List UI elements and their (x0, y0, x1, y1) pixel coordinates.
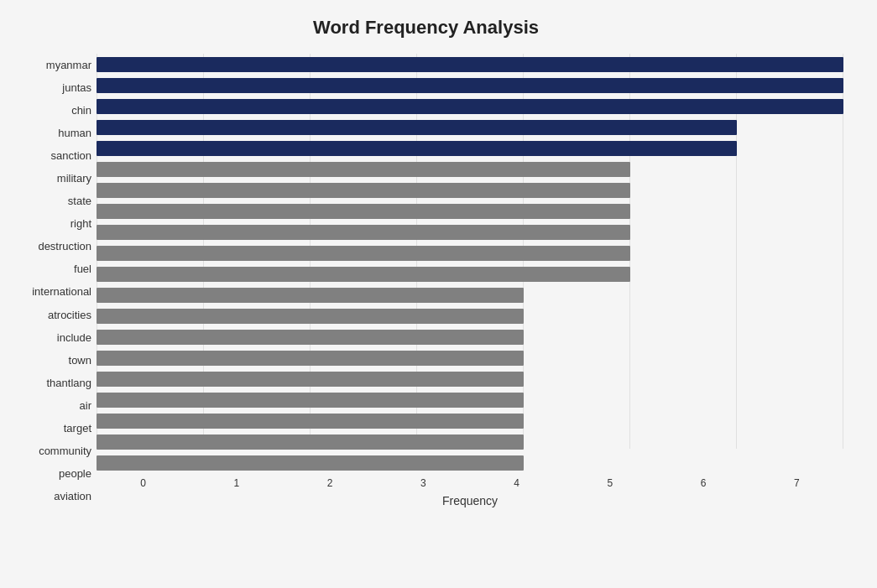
x-tick-2: 2 (284, 477, 377, 489)
y-label-community: community (39, 445, 91, 456)
y-label-sanction: sanction (51, 150, 91, 161)
x-tick-7: 7 (750, 477, 843, 489)
bar-destruction (97, 225, 630, 240)
bar-military (97, 162, 630, 177)
y-label-international: international (32, 286, 91, 297)
y-label-human: human (58, 127, 91, 138)
x-tick-0: 0 (97, 477, 190, 489)
bar-juntas (97, 78, 843, 93)
bar-row-human (97, 118, 843, 137)
bar-town (97, 330, 524, 345)
y-label-fuel: fuel (74, 263, 91, 274)
bar-right (97, 204, 630, 219)
bar-row-fuel (97, 244, 843, 263)
bar-community (97, 414, 524, 429)
bar-row-state (97, 181, 843, 200)
bar-row-include (97, 307, 843, 325)
y-label-military: military (57, 173, 91, 184)
bar-human (97, 120, 737, 135)
bar-state (97, 183, 630, 198)
x-axis-label: Frequency (97, 494, 843, 507)
y-label-destruction: destruction (38, 241, 91, 252)
bar-sanction (97, 141, 737, 156)
x-tick-6: 6 (657, 477, 750, 489)
bar-row-community (97, 412, 843, 430)
y-label-myanmar: myanmar (46, 60, 91, 70)
x-axis-section: 01234567 Frequency (97, 474, 843, 507)
bar-air (97, 372, 524, 387)
y-label-state: state (68, 195, 91, 206)
y-label-right: right (70, 218, 91, 229)
y-label-town: town (69, 355, 91, 366)
x-tick-3: 3 (377, 477, 470, 489)
y-label-people: people (59, 468, 91, 479)
bar-row-people (97, 433, 843, 451)
y-label-thantlang: thantlang (47, 377, 92, 388)
bar-international (97, 267, 630, 282)
bar-thantlang (97, 351, 524, 366)
bar-row-target (97, 391, 843, 409)
bar-row-military (97, 160, 843, 179)
x-tick-4: 4 (470, 477, 563, 489)
y-label-juntas: juntas (62, 82, 91, 93)
bar-atrocities (97, 288, 524, 303)
bar-row-thantlang (97, 349, 843, 367)
y-label-air: air (80, 400, 91, 411)
y-label-chin: chin (71, 105, 91, 116)
bar-row-juntas (97, 76, 843, 95)
bar-target (97, 393, 524, 408)
bar-fuel (97, 246, 630, 261)
x-tick-5: 5 (563, 477, 656, 489)
bar-row-atrocities (97, 286, 843, 304)
bar-row-air (97, 370, 843, 388)
y-axis: myanmarjuntaschinhumansanctionmilitaryst… (8, 54, 97, 507)
bar-row-town (97, 328, 843, 346)
chart-title: Word Frequency Analysis (8, 17, 843, 39)
chart-area: myanmarjuntaschinhumansanctionmilitaryst… (8, 54, 843, 507)
bars-and-grid (97, 54, 843, 474)
y-label-include: include (57, 332, 91, 343)
bar-chin (97, 99, 843, 114)
bar-row-destruction (97, 223, 843, 242)
x-tick-1: 1 (190, 477, 283, 489)
bar-row-aviation (97, 454, 843, 472)
bar-include (97, 309, 524, 324)
bar-row-chin (97, 97, 843, 116)
bar-people (97, 434, 524, 450)
bar-myanmar (97, 57, 843, 72)
bars-wrapper (97, 54, 843, 474)
x-ticks: 01234567 (97, 474, 843, 489)
y-label-aviation: aviation (54, 491, 91, 502)
y-label-target: target (64, 423, 91, 434)
bar-row-international (97, 265, 843, 284)
bar-row-myanmar (97, 55, 843, 74)
bar-row-right (97, 202, 843, 221)
y-label-atrocities: atrocities (48, 310, 91, 320)
chart-container: Word Frequency Analysis myanmarjuntaschi… (0, 0, 877, 588)
bar-row-sanction (97, 139, 843, 158)
bar-aviation (97, 455, 524, 471)
